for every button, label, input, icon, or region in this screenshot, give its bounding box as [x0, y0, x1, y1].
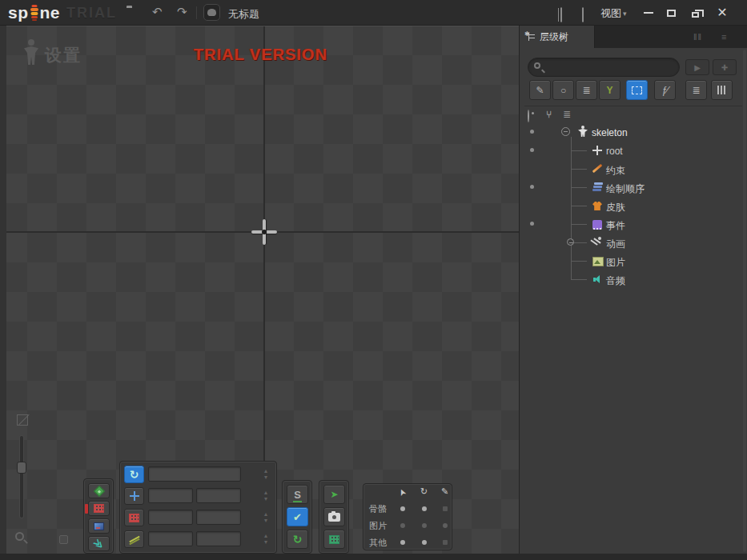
filter-comb-button[interactable] [711, 80, 733, 100]
tree-branch-line [571, 187, 587, 188]
panel-scrollbar[interactable] [743, 50, 746, 552]
redo-button[interactable]: ↷ [177, 6, 187, 18]
pose-tool-button[interactable] [88, 483, 110, 498]
zoom-slider-track[interactable] [20, 436, 23, 518]
tree-dot-events[interactable] [530, 222, 534, 226]
visibility-column-button[interactable] [528, 110, 529, 122]
translate-stepper[interactable]: ▴▾ [261, 490, 271, 502]
other-transform-dot[interactable] [422, 540, 427, 545]
filter-paths-button[interactable]: ƒ⁄ [654, 80, 676, 100]
other-select-dot[interactable] [400, 540, 405, 545]
tree-item-root[interactable]: root [606, 146, 623, 157]
link-column-button[interactable]: ⑂ [546, 109, 552, 120]
rotate-stepper[interactable]: ▴▾ [261, 468, 271, 481]
filter-draworder-button[interactable]: ≣ [576, 80, 597, 100]
visibility-panel: ➤ ↻ ✎ 骨骼 图片 其他 [363, 483, 452, 550]
translate-tool-button[interactable] [124, 487, 144, 505]
images-select-dot[interactable] [400, 523, 405, 528]
translate-x-field[interactable] [148, 488, 193, 503]
origin-crosshair[interactable] [251, 219, 277, 245]
filter-list-button[interactable]: ≣ [685, 80, 707, 100]
expand-tree-button[interactable]: ≣ [563, 109, 571, 120]
filter-constraints-button[interactable]: Y [599, 80, 620, 100]
panel-menu-icon[interactable]: ≡ [721, 32, 727, 42]
shear-y-field[interactable] [196, 531, 241, 546]
zoom-slider-handle[interactable] [17, 462, 26, 474]
search-next-icon: ▶ [694, 63, 701, 72]
grid-toggle-button[interactable] [323, 530, 345, 549]
shear-x-field[interactable] [148, 531, 193, 546]
view-menu-button[interactable]: 视图 ▾ [600, 6, 627, 21]
draw-order-stack-icon [592, 182, 603, 193]
filter-slots-button[interactable]: ○ [552, 80, 574, 100]
translate-y-field[interactable] [196, 488, 241, 503]
tab-hierarchy-label: 层级树 [540, 30, 568, 44]
scale-y-field[interactable] [196, 510, 241, 525]
tree-dot-skeleton[interactable] [530, 130, 534, 134]
tree-item-events[interactable]: 事件 [606, 219, 625, 233]
search-next-button[interactable]: ▶ [685, 59, 709, 75]
title-bar: sp ne TRIAL ↶ ↷ 无标题 视图 ▾ ✕ [0, 0, 747, 26]
screenshot-button[interactable] [323, 507, 345, 526]
images-draw-cell[interactable] [443, 523, 448, 528]
undo-button[interactable]: ↶ [152, 6, 163, 18]
scale-x-field[interactable] [148, 510, 193, 525]
image-picture-icon [592, 255, 603, 266]
transform-tool-button[interactable]: ≫ [88, 536, 110, 551]
ruler-tool-icon[interactable] [17, 414, 28, 426]
play-export-button[interactable]: ➤ [323, 485, 345, 504]
rotate-icon: ↻ [130, 469, 139, 480]
rotate-value-field[interactable] [148, 466, 241, 482]
skeleton-collapse-toggle[interactable] [561, 127, 570, 136]
bones-transform-dot[interactable] [422, 506, 427, 511]
search-add-button[interactable]: ✚ [713, 59, 737, 75]
tree-item-images[interactable]: 图片 [606, 256, 625, 270]
tree-dot-root[interactable] [530, 148, 534, 152]
panel-split-icon[interactable]: ‖‖ [693, 32, 702, 42]
view-menu-label: 视图 [600, 6, 621, 21]
filter-bounding-box-button[interactable] [626, 80, 648, 100]
setup-mode-figure-icon [22, 39, 40, 65]
confirm-tool-button[interactable]: ✔ [287, 507, 308, 526]
tree-item-constraints[interactable]: 约束 [606, 164, 625, 178]
scale-tool-button[interactable] [124, 509, 144, 526]
tab-hierarchy-tree[interactable]: ✱ 层级树 [520, 26, 595, 48]
create-tool-button[interactable] [88, 518, 110, 534]
canvas-corner-button[interactable] [59, 535, 68, 544]
window-layout-button[interactable] [582, 8, 584, 22]
maximize-button[interactable] [661, 5, 681, 21]
setup-mode-label[interactable]: 设置 [45, 44, 82, 66]
eye-icon [528, 110, 529, 122]
rotate-tool-button[interactable]: ↻ [124, 466, 144, 483]
restore-button[interactable] [685, 6, 705, 22]
tree-item-audio[interactable]: 音频 [606, 274, 625, 288]
filter-bones-button[interactable]: ✎ [529, 80, 551, 100]
images-transform-dot[interactable] [422, 523, 427, 528]
shear-stepper[interactable]: ▴▾ [261, 533, 271, 546]
path-tool-button[interactable]: S [287, 485, 308, 504]
list-lines-icon: ≣ [582, 86, 590, 95]
weights-grid-icon [94, 504, 104, 513]
scale-stepper[interactable]: ▴▾ [261, 511, 271, 524]
magnifier-icon[interactable] [15, 532, 24, 541]
panels-layout-button[interactable] [560, 8, 562, 22]
tree-item-draw-order[interactable]: 绘制顺序 [606, 182, 645, 196]
reset-tool-button[interactable]: ↻ [287, 530, 308, 549]
tree-dot-draworder[interactable] [530, 185, 534, 189]
visibility-row-other-label: 其他 [369, 537, 387, 549]
shear-tool-button[interactable] [124, 530, 144, 548]
search-input[interactable] [528, 58, 680, 77]
s-curve-icon: S [294, 490, 301, 500]
minimize-button[interactable] [639, 5, 658, 21]
close-button[interactable]: ✕ [713, 5, 732, 21]
bones-select-dot[interactable] [400, 506, 405, 511]
tree-item-skins[interactable]: 皮肤 [606, 201, 625, 214]
animations-collapse-toggle[interactable] [567, 238, 574, 246]
tree-item-skeleton[interactable]: skeleton [592, 127, 628, 138]
project-badge-icon[interactable] [203, 4, 220, 21]
weights-tool-button[interactable] [88, 501, 110, 516]
bones-draw-cell[interactable] [443, 506, 448, 511]
restore-icon [692, 12, 699, 18]
tree-item-animations[interactable]: 动画 [606, 238, 625, 251]
other-draw-cell[interactable] [443, 540, 448, 545]
